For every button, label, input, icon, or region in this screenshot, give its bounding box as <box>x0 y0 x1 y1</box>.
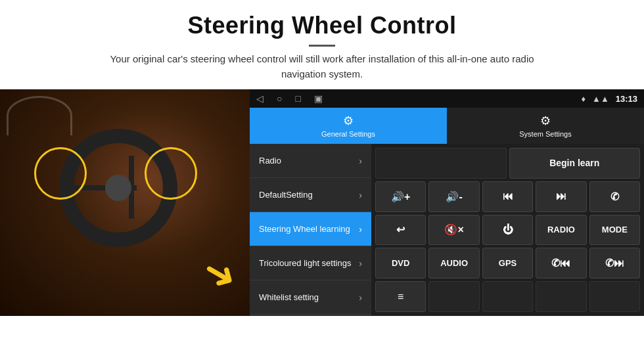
status-icons: ♦ ▲▲ 13:13 <box>581 94 637 104</box>
menu-whitelist-label: Whitelist setting <box>259 292 319 302</box>
empty-3 <box>482 281 533 312</box>
arrow-overlay: ➜ <box>195 245 246 301</box>
phone-prev-icon: ✆⏮ <box>551 257 570 269</box>
menu-whitelist-arrow: › <box>359 292 362 303</box>
signal-icon: ▲▲ <box>592 94 609 104</box>
left-menu: Radio › DefaultSetting › Steering Wheel … <box>250 144 371 316</box>
menu-radio-label: Radio <box>259 156 281 166</box>
empty-slot <box>375 148 507 179</box>
car-image: ➜ <box>0 89 250 316</box>
controls-row-1: 🔊+ 🔊- ⏮ ⏭ ✆ <box>375 181 640 212</box>
cast-icon[interactable]: ▣ <box>314 93 323 104</box>
vol-up-icon: 🔊+ <box>391 190 410 203</box>
next-track-button[interactable]: ⏭ <box>536 181 586 212</box>
phone-prev-button[interactable]: ✆⏮ <box>536 248 586 278</box>
controls-row-3: DVD AUDIO GPS ✆⏮ ✆⏭ <box>375 248 640 278</box>
system-settings-icon: ⚙ <box>540 114 551 128</box>
tab-system[interactable]: ⚙ System Settings <box>447 108 644 144</box>
menu-item-whitelist[interactable]: Whitelist setting › <box>250 280 371 315</box>
wheel-center <box>105 175 131 201</box>
menu-item-tricoloured[interactable]: Tricoloured light settings › <box>250 246 371 280</box>
tab-general[interactable]: ⚙ General Settings <box>250 108 447 144</box>
hang-up-icon: ↩ <box>396 223 405 236</box>
begin-learn-button[interactable]: Begin learn <box>509 148 641 179</box>
phone-icon: ✆ <box>610 190 619 203</box>
begin-learn-label: Begin learn <box>549 158 599 168</box>
tab-general-label: General Settings <box>321 130 375 138</box>
controls-row-2: ↩ 🔇× ⏻ RADIO MODE <box>375 215 640 246</box>
audio-button[interactable]: AUDIO <box>428 248 479 278</box>
menu-default-label: DefaultSetting <box>259 190 313 200</box>
empty-2 <box>428 281 479 312</box>
phone-next-button[interactable]: ✆⏭ <box>589 248 640 278</box>
mode-label: MODE <box>602 225 628 234</box>
top-section: Steering Wheel Control Your original car… <box>0 0 644 89</box>
radio-button[interactable]: RADIO <box>536 215 586 246</box>
vol-down-button[interactable]: 🔊- <box>428 181 479 212</box>
power-button[interactable]: ⏻ <box>482 215 533 246</box>
menu-radio-arrow: › <box>359 156 362 166</box>
phone-button[interactable]: ✆ <box>589 181 640 212</box>
empty-4 <box>536 281 586 312</box>
menu-item-default[interactable]: DefaultSetting › <box>250 178 371 212</box>
nav-icons: ◁ ○ □ ▣ <box>256 93 323 104</box>
next-track-icon: ⏭ <box>556 190 566 202</box>
power-icon: ⏻ <box>503 224 513 236</box>
dvd-label: DVD <box>392 258 409 268</box>
status-time: 13:13 <box>616 94 637 104</box>
hang-up-button[interactable]: ↩ <box>375 215 426 246</box>
title-divider <box>309 45 335 47</box>
mode-button[interactable]: MODE <box>589 215 640 246</box>
dvd-button[interactable]: DVD <box>375 248 426 278</box>
menu-default-arrow: › <box>359 190 362 200</box>
tab-bar: ⚙ General Settings ⚙ System Settings <box>250 108 644 144</box>
vol-down-icon: 🔊- <box>446 190 462 203</box>
android-panel: ◁ ○ □ ▣ ♦ ▲▲ 13:13 ⚙ General Settings ⚙ … <box>250 89 644 316</box>
menu-list-icon: ≡ <box>398 291 403 303</box>
menu-icon-button[interactable]: ≡ <box>375 281 426 312</box>
dashboard-hint <box>7 96 72 135</box>
tab-system-label: System Settings <box>519 130 571 138</box>
back-icon[interactable]: ◁ <box>256 93 264 104</box>
controls-row-0: Begin learn <box>375 148 640 179</box>
highlight-circle-right <box>145 147 197 200</box>
menu-steering-arrow: › <box>359 224 362 234</box>
content-row: ➜ ◁ ○ □ ▣ ♦ ▲▲ 13:13 ⚙ General Settings <box>0 89 644 316</box>
controls-row-4: ≡ <box>375 281 640 312</box>
menu-tricoloured-arrow: › <box>359 258 362 269</box>
mute-icon: 🔇× <box>444 223 463 236</box>
menu-steering-label: Steering Wheel learning <box>259 224 350 234</box>
highlight-circle-left <box>34 147 87 200</box>
gps-label: GPS <box>499 258 517 268</box>
home-icon[interactable]: ○ <box>277 93 282 104</box>
general-settings-icon: ⚙ <box>343 114 354 128</box>
steering-background: ➜ <box>0 89 250 316</box>
menu-item-steering[interactable]: Steering Wheel learning › <box>250 212 371 246</box>
right-controls: Begin learn 🔊+ 🔊- ⏮ ⏭ <box>371 144 644 316</box>
menu-item-radio[interactable]: Radio › <box>250 144 371 178</box>
status-bar: ◁ ○ □ ▣ ♦ ▲▲ 13:13 <box>250 89 644 108</box>
prev-track-button[interactable]: ⏮ <box>482 181 533 212</box>
empty-5 <box>589 281 640 312</box>
prev-track-icon: ⏮ <box>503 190 513 202</box>
phone-next-icon: ✆⏭ <box>605 257 624 269</box>
mute-button[interactable]: 🔇× <box>428 215 479 246</box>
subtitle: Your original car's steering wheel contr… <box>92 52 552 81</box>
radio-label: RADIO <box>547 225 575 234</box>
gps-status-icon: ♦ <box>581 94 586 104</box>
audio-label: AUDIO <box>440 258 468 268</box>
gps-button[interactable]: GPS <box>482 248 533 278</box>
page-title: Steering Wheel Control <box>26 12 618 39</box>
vol-up-button[interactable]: 🔊+ <box>375 181 426 212</box>
recent-icon[interactable]: □ <box>295 93 300 104</box>
main-area: Radio › DefaultSetting › Steering Wheel … <box>250 144 644 316</box>
menu-tricoloured-label: Tricoloured light settings <box>259 258 351 268</box>
